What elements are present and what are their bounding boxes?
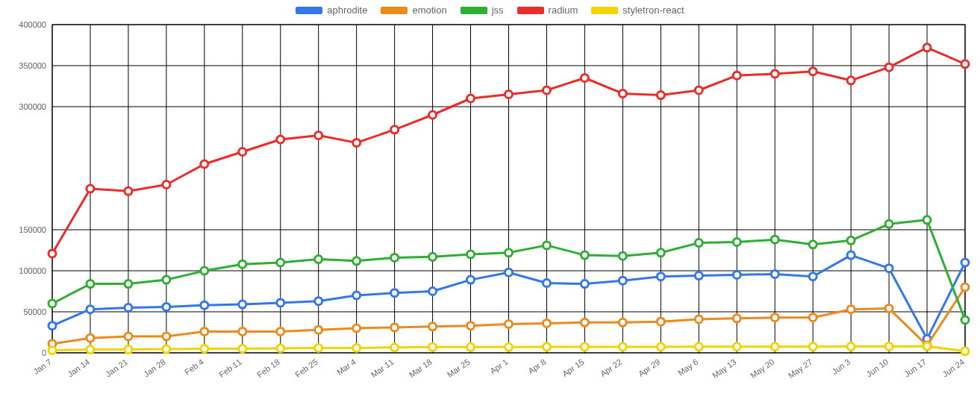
data-point[interactable] (809, 241, 817, 248)
data-point[interactable] (239, 327, 246, 335)
data-point[interactable] (201, 327, 208, 335)
data-point[interactable] (581, 280, 588, 288)
data-point[interactable] (505, 249, 513, 257)
data-point[interactable] (619, 90, 626, 97)
data-point[interactable] (961, 348, 969, 355)
data-point[interactable] (847, 77, 855, 84)
data-point[interactable] (125, 280, 132, 288)
data-point[interactable] (391, 344, 399, 351)
data-point[interactable] (505, 321, 513, 328)
data-point[interactable] (657, 343, 664, 351)
data-point[interactable] (581, 343, 588, 351)
data-point[interactable] (695, 272, 702, 280)
data-point[interactable] (467, 95, 475, 102)
data-point[interactable] (543, 242, 550, 249)
data-point[interactable] (49, 347, 56, 354)
data-point[interactable] (809, 314, 817, 321)
data-point[interactable] (809, 343, 817, 351)
data-point[interactable] (277, 345, 284, 352)
data-point[interactable] (619, 252, 626, 260)
data-point[interactable] (277, 299, 284, 307)
data-point[interactable] (961, 259, 969, 266)
legend-item-emotion[interactable]: emotion (381, 4, 446, 16)
data-point[interactable] (277, 327, 284, 335)
data-point[interactable] (201, 301, 208, 309)
legend-item-aphrodite[interactable]: aphrodite (296, 4, 367, 16)
data-point[interactable] (923, 44, 931, 51)
data-point[interactable] (353, 139, 361, 146)
data-point[interactable] (239, 260, 246, 268)
data-point[interactable] (87, 334, 94, 342)
data-point[interactable] (771, 314, 778, 321)
data-point[interactable] (505, 343, 513, 351)
data-point[interactable] (885, 265, 893, 272)
data-point[interactable] (429, 111, 437, 119)
data-point[interactable] (695, 87, 702, 94)
data-point[interactable] (467, 276, 475, 283)
data-point[interactable] (543, 280, 550, 287)
data-point[interactable] (391, 126, 399, 134)
data-point[interactable] (733, 315, 740, 322)
data-point[interactable] (125, 333, 132, 340)
data-point[interactable] (657, 318, 664, 325)
data-point[interactable] (163, 276, 170, 283)
data-point[interactable] (657, 92, 664, 99)
data-point[interactable] (619, 318, 626, 326)
data-point[interactable] (923, 342, 931, 350)
legend-item-radium[interactable]: radium (517, 4, 578, 16)
data-point[interactable] (315, 344, 322, 351)
data-point[interactable] (733, 239, 740, 246)
data-point[interactable] (809, 273, 817, 280)
data-point[interactable] (847, 251, 855, 259)
data-point[interactable] (201, 160, 208, 168)
data-point[interactable] (581, 318, 588, 326)
data-point[interactable] (923, 216, 931, 224)
data-point[interactable] (429, 253, 437, 260)
data-point[interactable] (771, 236, 778, 243)
data-point[interactable] (543, 343, 550, 351)
data-point[interactable] (315, 298, 322, 305)
data-point[interactable] (961, 283, 969, 291)
data-point[interactable] (429, 323, 437, 330)
data-point[interactable] (125, 304, 132, 312)
data-point[interactable] (87, 185, 94, 192)
data-point[interactable] (277, 259, 284, 266)
data-point[interactable] (239, 301, 246, 308)
data-point[interactable] (353, 257, 361, 265)
data-point[interactable] (201, 345, 208, 353)
legend-item-styletron-react[interactable]: styletron-react (591, 4, 684, 16)
data-point[interactable] (429, 343, 437, 351)
data-point[interactable] (163, 345, 170, 353)
data-point[interactable] (847, 306, 855, 313)
data-point[interactable] (87, 280, 94, 288)
data-point[interactable] (543, 87, 550, 94)
data-point[interactable] (87, 346, 94, 354)
data-point[interactable] (885, 220, 893, 227)
data-point[interactable] (733, 343, 740, 351)
legend-item-jss[interactable]: jss (461, 4, 504, 16)
data-point[interactable] (733, 272, 740, 279)
data-point[interactable] (239, 345, 246, 353)
data-point[interactable] (885, 305, 893, 313)
data-point[interactable] (847, 236, 855, 244)
data-point[interactable] (353, 344, 361, 351)
data-point[interactable] (467, 343, 475, 351)
data-point[interactable] (467, 251, 475, 258)
data-point[interactable] (733, 72, 740, 79)
data-point[interactable] (201, 267, 208, 274)
data-point[interactable] (49, 322, 56, 330)
data-point[interactable] (277, 136, 284, 143)
data-point[interactable] (429, 288, 437, 295)
data-point[interactable] (315, 326, 322, 333)
data-point[interactable] (163, 303, 170, 310)
data-point[interactable] (391, 324, 399, 331)
data-point[interactable] (695, 239, 702, 247)
data-point[interactable] (125, 187, 132, 195)
data-point[interactable] (847, 343, 855, 351)
data-point[interactable] (809, 68, 817, 75)
data-point[interactable] (163, 333, 170, 340)
data-point[interactable] (657, 273, 664, 280)
data-point[interactable] (505, 91, 513, 98)
data-point[interactable] (49, 250, 56, 257)
data-point[interactable] (87, 306, 94, 313)
